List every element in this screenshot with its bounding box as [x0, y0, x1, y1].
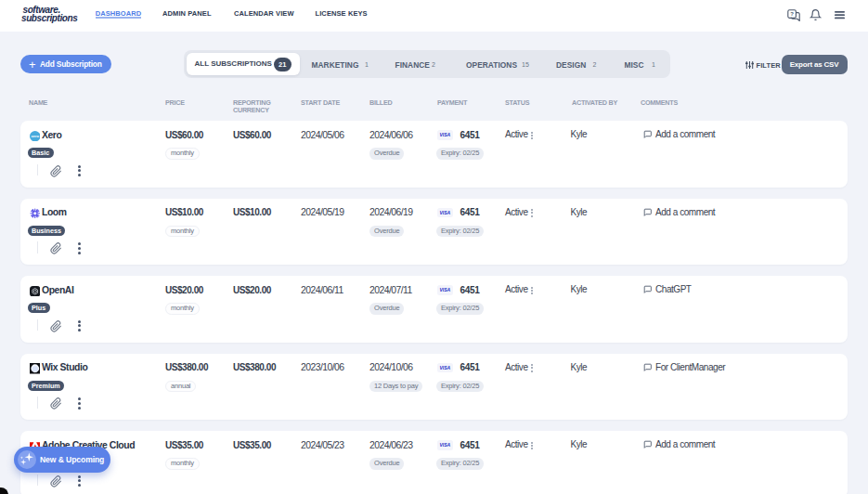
svg-text:xero: xero	[31, 134, 39, 138]
svg-text:?: ?	[790, 11, 794, 17]
